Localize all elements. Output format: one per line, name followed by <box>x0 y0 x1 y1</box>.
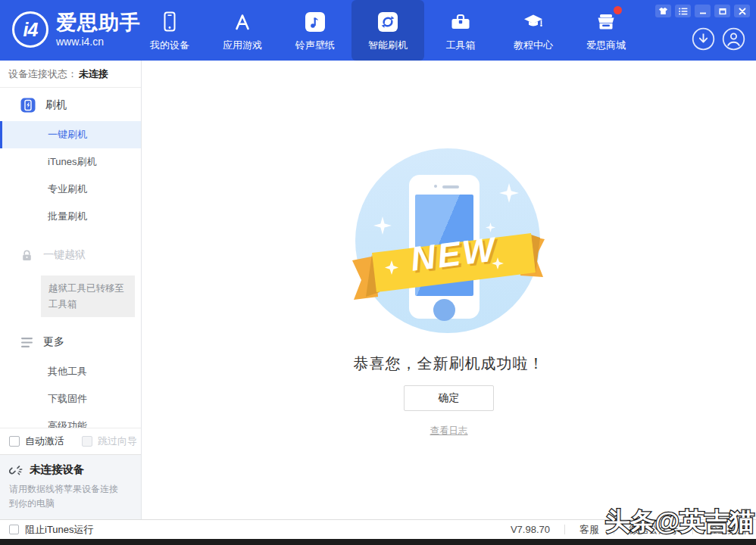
success-illustration: NEW <box>349 147 549 336</box>
appstore-icon <box>231 9 254 35</box>
group-label: 一键越狱 <box>43 248 86 262</box>
phone-icon <box>158 9 181 35</box>
skip-wizard-label: 跳过向导 <box>98 434 137 448</box>
nav-label: 工具箱 <box>446 39 476 52</box>
nav-smart-flash[interactable]: 智能刷机 <box>351 0 424 61</box>
skip-wizard-checkbox <box>82 436 92 447</box>
tutorial-icon <box>522 9 545 35</box>
app-window: i4 爱思助手 www.i4.cn 我的设备 应用游戏 <box>0 0 756 545</box>
sidebar-item-download-firmware[interactable]: 下载固件 <box>0 385 141 413</box>
header-bar: i4 爱思助手 www.i4.cn 我的设备 应用游戏 <box>0 0 756 61</box>
item-label: 专业刷机 <box>48 182 87 196</box>
sidebar: 设备连接状态： 未连接 刷机 一键刷机 iTunes刷机 专业刷机 批量刷机 一… <box>0 61 142 519</box>
auto-activate-label: 自动激活 <box>25 434 64 448</box>
nav-ringtones-wallpapers[interactable]: 铃声壁纸 <box>279 0 351 61</box>
window-controls <box>655 5 750 17</box>
nav-label: 应用游戏 <box>223 39 262 52</box>
device-connection-status: 设备连接状态： 未连接 <box>0 61 141 88</box>
wechat-official-link[interactable]: 微信公众号 <box>629 523 678 537</box>
music-icon <box>304 9 326 35</box>
nav-my-device[interactable]: 我的设备 <box>133 0 206 61</box>
sidebar-item-pro-flash[interactable]: 专业刷机 <box>0 176 141 203</box>
skin-theme-button[interactable] <box>655 5 671 17</box>
item-label: 高级功能 <box>48 419 87 428</box>
menu-icon[interactable] <box>675 5 691 17</box>
sidebar-item-one-key-flash[interactable]: 一键刷机 <box>0 121 141 148</box>
item-label: 一键刷机 <box>48 128 87 142</box>
top-nav: 我的设备 应用游戏 铃声壁纸 智能刷机 <box>133 0 642 61</box>
item-label: 下载固件 <box>48 392 87 406</box>
maximize-button[interactable] <box>714 5 730 17</box>
nav-label: 铃声壁纸 <box>295 39 335 52</box>
logo-badge-text: i4 <box>23 19 38 41</box>
nav-tutorial-center[interactable]: 教程中心 <box>497 0 570 61</box>
sidebar-item-batch-flash[interactable]: 批量刷机 <box>0 203 141 230</box>
app-title: 爱思助手 <box>56 13 141 33</box>
nav-apps-games[interactable]: 应用游戏 <box>206 0 279 61</box>
disconnected-description: 请用数据线将苹果设备连接到你的电脑 <box>9 482 124 511</box>
sidebar-item-itunes-flash[interactable]: iTunes刷机 <box>0 148 141 176</box>
group-label: 刷机 <box>45 98 67 112</box>
sidebar-options-row: 自动激活 跳过向导 <box>0 428 141 454</box>
success-message: 恭喜您，全新刷机成功啦！ <box>354 353 545 374</box>
nav-label: 智能刷机 <box>368 39 408 52</box>
sidebar-group-jailbreak: 一键越狱 <box>0 239 141 271</box>
jailbreak-moved-note: 越狱工具已转移至工具箱 <box>41 276 135 317</box>
status-label: 设备连接状态： <box>8 67 77 81</box>
main-content: NEW 恭喜您，全新刷机成功啦！ 确定 查看日志 <box>142 61 756 519</box>
auto-activate-checkbox[interactable] <box>9 436 20 447</box>
minimize-button[interactable] <box>695 5 711 17</box>
more-icon <box>20 337 33 348</box>
screenshot-bottom-edge <box>0 539 756 545</box>
group-label: 更多 <box>43 335 64 349</box>
sidebar-item-other-tools[interactable]: 其他工具 <box>0 358 141 385</box>
check-update-link[interactable]: 检查更新 <box>708 523 747 537</box>
account-button[interactable] <box>722 27 745 51</box>
close-button[interactable] <box>734 5 750 17</box>
sidebar-item-advanced-features[interactable]: 高级功能 <box>0 413 141 428</box>
download-manager-button[interactable] <box>692 27 715 51</box>
refresh-icon <box>376 9 399 35</box>
lock-icon <box>20 249 33 262</box>
store-notification-dot <box>614 6 622 14</box>
status-value: 未连接 <box>79 67 108 81</box>
version-text: V7.98.70 <box>511 524 550 535</box>
nav-aisi-store[interactable]: 爱思商城 <box>570 0 642 61</box>
view-log-link[interactable]: 查看日志 <box>430 425 468 438</box>
disconnected-panel: 未连接设备 请用数据线将苹果设备连接到你的电脑 <box>0 454 141 519</box>
logo-i4-badge: i4 <box>12 11 48 48</box>
confirm-button[interactable]: 确定 <box>404 385 494 411</box>
block-itunes-checkbox[interactable] <box>9 525 19 534</box>
sidebar-menu: 刷机 一键刷机 iTunes刷机 专业刷机 批量刷机 一键越狱 越狱工具已转移至… <box>0 88 141 428</box>
divider <box>614 525 614 534</box>
app-site-url: www.i4.cn <box>56 36 141 47</box>
customer-service-link[interactable]: 客服 <box>579 523 599 537</box>
app-logo: i4 爱思助手 www.i4.cn <box>12 11 141 48</box>
block-itunes-label: 阻止iTunes运行 <box>25 523 94 537</box>
nav-toolbox[interactable]: 工具箱 <box>424 0 497 61</box>
item-label: 批量刷机 <box>48 210 87 223</box>
nav-label: 教程中心 <box>514 39 553 52</box>
divider <box>564 525 565 534</box>
item-label: iTunes刷机 <box>48 155 97 169</box>
sidebar-group-more[interactable]: 更多 <box>0 326 141 358</box>
store-icon <box>595 9 617 35</box>
nav-label: 我的设备 <box>150 39 189 52</box>
status-bar: 阻止iTunes运行 V7.98.70 客服 微信公众号 检查更新 <box>0 519 756 539</box>
broken-link-icon <box>9 462 23 477</box>
nav-label: 爱思商城 <box>586 39 626 52</box>
item-label: 其他工具 <box>48 365 87 378</box>
sidebar-group-flash[interactable]: 刷机 <box>0 89 141 121</box>
disconnected-title: 未连接设备 <box>30 462 85 477</box>
toolbox-icon <box>449 9 472 35</box>
flash-phone-icon <box>20 98 36 113</box>
divider <box>692 525 693 534</box>
